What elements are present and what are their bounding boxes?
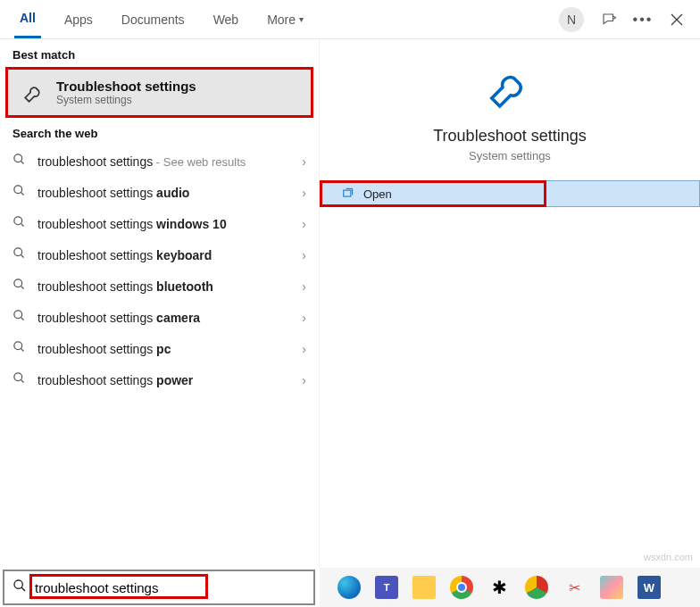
svg-line-17 [21, 379, 23, 382]
suggestion-text: troubleshoot settings power [38, 373, 302, 387]
svg-point-16 [14, 373, 22, 381]
svg-point-12 [14, 311, 22, 319]
svg-point-10 [14, 279, 22, 287]
tab-more-label: More [267, 12, 296, 27]
watermark-text: wsxdn.com [644, 552, 693, 562]
search-icon [12, 215, 30, 232]
best-match-heading: Best match [0, 39, 319, 67]
chevron-right-icon: › [302, 154, 306, 169]
chevron-right-icon: › [302, 279, 306, 294]
web-suggestion[interactable]: troubleshoot settings pc › [0, 333, 319, 364]
chevron-right-icon: › [302, 342, 306, 356]
suggestion-text: troubleshoot settings - See web results [38, 154, 302, 169]
svg-line-11 [21, 286, 23, 288]
suggestion-text: troubleshoot settings camera [38, 311, 302, 325]
tab-apps[interactable]: Apps [59, 1, 98, 38]
svg-line-9 [21, 254, 23, 257]
suggestion-text: troubleshoot settings pc [38, 342, 302, 356]
svg-line-5 [21, 192, 23, 195]
search-bar[interactable] [3, 570, 315, 605]
search-icon [12, 153, 30, 170]
slack-icon[interactable]: ✱ [488, 576, 511, 599]
suggestion-text: troubleshoot settings bluetooth [38, 279, 302, 294]
best-match-subtitle: System settings [56, 94, 196, 106]
open-button[interactable]: Open [320, 180, 546, 207]
chrome-icon[interactable] [450, 576, 473, 599]
preview-title: Troubleshoot settings [329, 127, 691, 146]
web-suggestion[interactable]: troubleshoot settings windows 10 › [0, 208, 319, 239]
web-suggestion[interactable]: troubleshoot settings audio › [0, 177, 319, 208]
tab-web[interactable]: Web [208, 1, 245, 38]
best-match-title: Troubleshoot settings [56, 79, 196, 94]
chevron-down-icon: ▾ [299, 14, 304, 24]
paint-icon[interactable] [600, 576, 623, 599]
web-suggestion[interactable]: troubleshoot settings keyboard › [0, 239, 319, 270]
web-suggestion[interactable]: troubleshoot settings camera › [0, 302, 319, 333]
svg-line-15 [21, 348, 23, 351]
web-suggestion[interactable]: troubleshoot settings - See web results … [0, 146, 319, 177]
web-suggestion[interactable]: troubleshoot settings power › [0, 364, 319, 395]
svg-line-20 [21, 587, 25, 591]
svg-point-2 [14, 154, 22, 162]
suggestion-text: troubleshoot settings windows 10 [38, 217, 302, 231]
svg-point-4 [14, 186, 22, 194]
svg-line-7 [21, 223, 23, 226]
taskbar: T ✱ ✂ W [320, 568, 700, 607]
action-row: Open [320, 180, 700, 207]
search-web-heading: Search the web [0, 118, 319, 146]
more-options-icon[interactable]: ••• [634, 11, 652, 29]
tab-documents[interactable]: Documents [116, 1, 190, 38]
chevron-right-icon: › [302, 311, 306, 325]
preview-subtitle: System settings [329, 149, 691, 162]
search-icon [12, 184, 30, 201]
chrome-canary-icon[interactable] [525, 576, 548, 599]
search-icon [12, 246, 30, 263]
edge-icon[interactable] [338, 576, 361, 599]
search-scope-tabs: All Apps Documents Web More ▾ N ••• [0, 0, 700, 39]
snip-icon[interactable]: ✂ [562, 576, 586, 599]
suggestion-text: troubleshoot settings keyboard [38, 248, 302, 262]
search-icon [4, 578, 35, 596]
svg-point-14 [14, 342, 22, 350]
search-icon [12, 371, 30, 388]
suggestion-text: troubleshoot settings audio [38, 186, 302, 200]
svg-line-3 [21, 161, 23, 163]
search-icon [12, 340, 30, 357]
search-bar-container [3, 570, 315, 605]
results-panel: Best match Troubleshoot settings System … [0, 39, 320, 566]
search-input[interactable] [35, 580, 313, 595]
feedback-icon[interactable] [600, 11, 618, 29]
svg-rect-18 [344, 190, 351, 196]
svg-line-13 [21, 317, 23, 320]
best-match-result[interactable]: Troubleshoot settings System settings [5, 67, 313, 118]
chevron-right-icon: › [302, 373, 306, 387]
explorer-icon[interactable] [412, 576, 436, 599]
svg-point-8 [14, 248, 22, 256]
close-icon[interactable] [668, 11, 686, 29]
open-label: Open [363, 187, 392, 201]
search-icon [12, 278, 30, 295]
wrench-icon [486, 66, 534, 114]
open-icon [342, 187, 354, 202]
chevron-right-icon: › [302, 186, 306, 200]
web-suggestion[interactable]: troubleshoot settings bluetooth › [0, 270, 319, 302]
chevron-right-icon: › [302, 217, 306, 231]
tab-all[interactable]: All [14, 1, 41, 38]
preview-panel: Troubleshoot settings System settings Op… [320, 39, 700, 566]
wrench-icon [21, 79, 47, 106]
chevron-right-icon: › [302, 248, 306, 262]
search-icon [12, 309, 30, 326]
teams-icon[interactable]: T [375, 576, 398, 599]
action-row-remainder[interactable] [546, 180, 700, 207]
word-icon[interactable]: W [638, 576, 661, 599]
user-avatar[interactable]: N [559, 7, 584, 32]
tab-more[interactable]: More ▾ [262, 1, 309, 38]
svg-point-6 [14, 217, 22, 225]
svg-point-19 [14, 580, 22, 588]
